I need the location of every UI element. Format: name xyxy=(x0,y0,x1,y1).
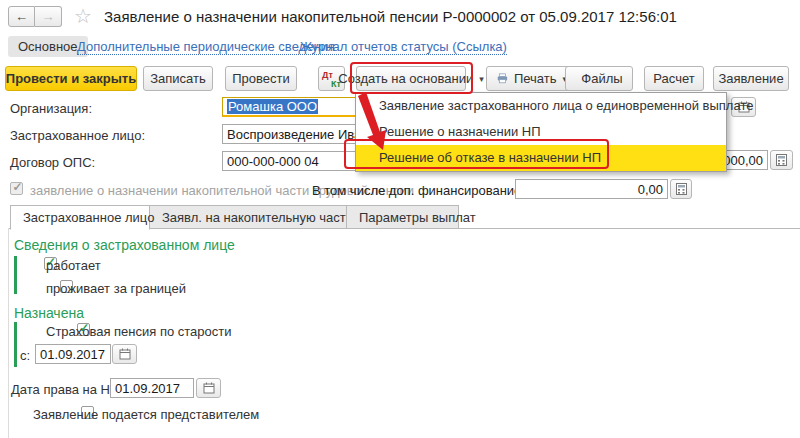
amount-calculator-button[interactable] xyxy=(770,150,793,170)
insured-label: Застрахованное лицо: xyxy=(10,128,145,143)
link-periodic-info[interactable]: Дополнительные периодические сведения xyxy=(77,39,335,55)
contract-label: Договор ОПС: xyxy=(10,155,95,170)
application-window: ← → ☆ Заявление о назначении накопительн… xyxy=(0,0,800,438)
calculation-label: Расчет xyxy=(653,71,694,86)
tab-label: Заявл. на накопительную часть xyxy=(162,210,353,225)
back-button[interactable]: ← xyxy=(8,6,35,27)
org-value: Ромашка ООО xyxy=(227,99,318,114)
np-right-date-input[interactable]: 01.09.2017 xyxy=(110,378,194,398)
representative-checkbox-label: Заявление подается представителем xyxy=(33,407,259,422)
old-age-pension-checkbox-label: Страховая пенсия по старости xyxy=(46,324,232,339)
forward-icon: → xyxy=(42,9,55,24)
np-right-date-label: Дата права на НП: xyxy=(11,382,123,397)
calendar-icon xyxy=(119,348,131,360)
files-label: Файлы xyxy=(581,71,622,86)
menu-item-assignment-decision[interactable]: Решение о назначении НП xyxy=(356,119,726,145)
section-assigned: Назначена xyxy=(14,305,84,321)
history-nav: ← → xyxy=(8,6,62,27)
including-label: В том числе доп. финансирование: xyxy=(312,183,525,198)
org-label: Организация: xyxy=(10,101,92,116)
printer-icon xyxy=(497,72,508,85)
forward-button[interactable]: → xyxy=(35,6,62,27)
page-title: Заявление о назначении накопительной пен… xyxy=(104,8,677,25)
back-icon: ← xyxy=(15,9,28,24)
application-button[interactable]: Заявление xyxy=(713,66,789,91)
print-label: Печать xyxy=(514,71,557,86)
including-value: 0,00 xyxy=(638,182,663,197)
application-label: Заявление xyxy=(718,71,783,86)
contract-value: 000-000-000 04 xyxy=(227,154,319,169)
post-and-close-label: Провести и закрыть xyxy=(6,71,136,86)
tab-funded-part[interactable]: Заявл. на накопительную часть xyxy=(149,205,347,229)
calculation-button[interactable]: Расчет xyxy=(644,66,704,91)
abroad-checkbox-label: проживает за границей xyxy=(46,281,186,296)
menu-item-lump-sum-application[interactable]: Заявление застрахованного лица о единовр… xyxy=(356,93,726,119)
statement-checkbox: ✓ xyxy=(10,182,23,195)
menu-item-refusal-decision[interactable]: Решение об отказе в назначении НП xyxy=(356,145,726,171)
chevron-down-icon: ▾ xyxy=(479,74,484,84)
check-icon: ✓ xyxy=(11,180,24,194)
from-date-input[interactable]: 01.09.2017 xyxy=(35,344,111,364)
calendar-icon xyxy=(203,382,215,394)
np-right-date-picker-button[interactable] xyxy=(196,378,221,398)
post-label: Провести xyxy=(232,71,290,86)
tab-main[interactable]: Основное xyxy=(8,36,88,57)
from-date-picker-button[interactable] xyxy=(112,344,137,364)
group-indicator xyxy=(14,256,17,294)
including-input[interactable]: 0,00 xyxy=(515,179,668,199)
working-checkbox-label: работает xyxy=(46,258,101,273)
panel-border xyxy=(8,228,9,438)
post-button[interactable]: Провести xyxy=(225,66,297,91)
tab-label: Параметры выплат xyxy=(359,210,476,225)
group-indicator xyxy=(14,322,17,367)
link-status-journal[interactable]: Журнал отчетов статусы (Ссылка) xyxy=(300,39,507,55)
tab-label: Застрахованное лицо xyxy=(23,210,154,225)
post-and-close-button[interactable]: Провести и закрыть xyxy=(5,66,137,91)
create-based-on-menu: Заявление застрахованного лица о единовр… xyxy=(355,92,727,172)
calculator-icon xyxy=(776,154,787,166)
save-button[interactable]: Записать xyxy=(143,66,213,91)
tab-insured-person[interactable]: Застрахованное лицо xyxy=(10,205,150,230)
calculator-icon xyxy=(676,183,687,195)
section-insured-info: Сведения о застрахованном лице xyxy=(14,237,235,253)
tab-payout-params[interactable]: Параметры выплат xyxy=(346,205,459,229)
create-based-on-label: Создать на основании xyxy=(338,71,473,86)
from-date-value: 01.09.2017 xyxy=(40,347,105,362)
from-date-label: с: xyxy=(20,348,30,363)
files-button[interactable]: Файлы xyxy=(565,66,633,91)
favorite-star-icon[interactable]: ☆ xyxy=(74,4,92,28)
np-right-date-value: 01.09.2017 xyxy=(115,381,180,396)
including-calculator-button[interactable] xyxy=(670,179,692,199)
save-label: Записать xyxy=(150,71,206,86)
create-based-on-button[interactable]: Создать на основании ▾ xyxy=(356,66,466,91)
